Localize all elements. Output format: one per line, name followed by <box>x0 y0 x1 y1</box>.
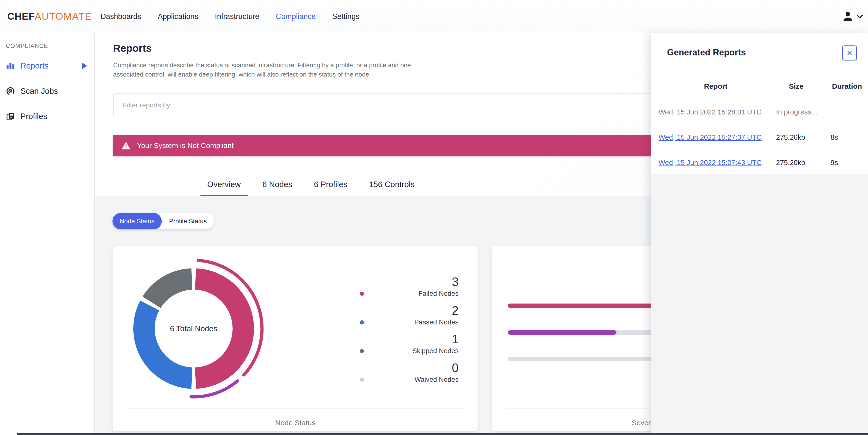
tab-profiles[interactable]: 6 Profiles <box>307 174 354 196</box>
documents-icon <box>6 112 15 121</box>
chevron-down-icon <box>856 14 863 19</box>
bar-fill <box>508 330 616 335</box>
sidebar-item-label: Scan Jobs <box>21 87 58 96</box>
report-date: Wed, 15 Jun 2022 15:28:01 UTC <box>658 108 773 116</box>
sidebar-item-label: Reports <box>21 61 49 70</box>
bar-chart-icon <box>6 61 15 70</box>
sidebar-section-label: COMPLIANCE <box>6 42 94 49</box>
generated-reports-drawer: Generated Reports ✕ Report Size Duration… <box>651 33 868 435</box>
status-toggle: Node Status Profile Status <box>113 213 214 229</box>
legend-item-skipped[interactable]: 1 Skipped Nodes <box>412 333 459 355</box>
logo-chef: CHEF <box>7 11 35 22</box>
nav-infrastructure[interactable]: Infrastructure <box>215 12 259 21</box>
report-duration: 8s <box>830 133 864 141</box>
legend-value: 0 <box>412 361 459 374</box>
report-duration: 9s <box>830 159 864 167</box>
report-tabs: Overview 6 Nodes 6 Profiles 156 Controls <box>200 174 421 196</box>
nav-compliance[interactable]: Compliance <box>276 12 316 21</box>
failed-dot-icon <box>360 292 364 296</box>
scan-target-icon <box>6 87 15 96</box>
column-header-size: Size <box>773 82 830 91</box>
page-title: Reports <box>113 42 152 54</box>
skipped-dot-icon <box>360 349 364 353</box>
nav-applications[interactable]: Applications <box>158 12 198 21</box>
drawer-title: Generated Reports <box>667 47 746 58</box>
legend-label: Skipped Nodes <box>412 347 459 355</box>
drawer-panel: Generated Reports ✕ Report Size Duration… <box>651 33 868 174</box>
tab-overview[interactable]: Overview <box>200 174 248 196</box>
report-download-link[interactable]: Wed, 15 Jun 2022 15:27:37 UTC <box>658 133 762 141</box>
legend-item-passed[interactable]: 2 Passed Nodes <box>412 304 459 326</box>
legend-value: 2 <box>412 304 459 317</box>
passed-dot-icon <box>360 320 364 325</box>
table-row: Wed, 15 Jun 2022 15:07:43 UTC 275.20kb 9… <box>658 150 864 175</box>
drawer-divider <box>651 73 868 73</box>
legend-item-waived[interactable]: 0 Waived Nodes <box>412 361 459 384</box>
legend-value: 3 <box>412 275 459 289</box>
reports-table-header: Report Size Duration <box>658 78 864 94</box>
main-nav: Dashboards Applications Infrastructure C… <box>100 12 360 21</box>
node-status-card: 6 Total Nodes 3 Failed Nodes 2 Passed No… <box>113 246 477 431</box>
report-size: In progress... <box>773 108 830 116</box>
report-download-link[interactable]: Wed, 15 Jun 2022 15:07:43 UTC <box>658 159 762 166</box>
user-menu[interactable] <box>842 10 863 23</box>
legend-item-failed[interactable]: 3 Failed Nodes <box>412 275 459 298</box>
column-header-report: Report <box>658 82 773 91</box>
top-nav: CHEFAUTOMATE Dashboards Applications Inf… <box>0 0 868 33</box>
card-divider <box>127 408 464 408</box>
node-status-card-title: Node Status <box>113 419 477 427</box>
report-size: 275.20kb <box>773 159 830 167</box>
donut-center-label: 6 Total Nodes <box>145 324 242 333</box>
close-button[interactable]: ✕ <box>842 45 857 61</box>
warning-triangle-icon <box>121 141 131 150</box>
chef-automate-logo[interactable]: CHEFAUTOMATE <box>7 11 92 22</box>
legend-label: Failed Nodes <box>418 290 459 297</box>
column-header-duration: Duration <box>830 82 864 91</box>
sidebar-item-label: Profiles <box>21 112 47 121</box>
table-row: Wed, 15 Jun 2022 15:28:01 UTC In progres… <box>658 99 864 125</box>
toggle-node-status[interactable]: Node Status <box>113 213 162 229</box>
legend-label: Passed Nodes <box>414 319 459 326</box>
person-icon <box>842 10 854 23</box>
tab-nodes[interactable]: 6 Nodes <box>256 174 299 196</box>
page-description: Compliance reports describe the status o… <box>113 61 417 79</box>
report-size: 275.20kb <box>773 133 830 141</box>
legend-label: Waived Nodes <box>414 376 459 383</box>
sidebar-item-profiles[interactable]: Profiles <box>0 108 94 125</box>
submenu-arrow-icon <box>82 63 87 69</box>
nav-dashboards[interactable]: Dashboards <box>100 12 141 21</box>
banner-text: Your System is Not Compliant <box>137 141 234 150</box>
legend-value: 1 <box>412 333 459 346</box>
sidebar: COMPLIANCE Reports Scan Jobs Profiles <box>0 33 95 435</box>
window-bottom-edge <box>17 433 868 435</box>
nav-settings[interactable]: Settings <box>332 12 360 21</box>
toggle-profile-status[interactable]: Profile Status <box>162 213 214 229</box>
tab-controls[interactable]: 156 Controls <box>362 174 421 196</box>
waived-dot-icon <box>360 378 364 382</box>
logo-automate: AUTOMATE <box>35 11 92 22</box>
sidebar-item-scan-jobs[interactable]: Scan Jobs <box>0 82 94 100</box>
table-row: Wed, 15 Jun 2022 15:27:37 UTC 275.20kb 8… <box>658 125 864 150</box>
sidebar-item-reports[interactable]: Reports <box>0 57 94 75</box>
node-status-legend: 3 Failed Nodes 2 Passed Nodes 1 <box>412 275 459 390</box>
close-icon: ✕ <box>846 49 852 57</box>
